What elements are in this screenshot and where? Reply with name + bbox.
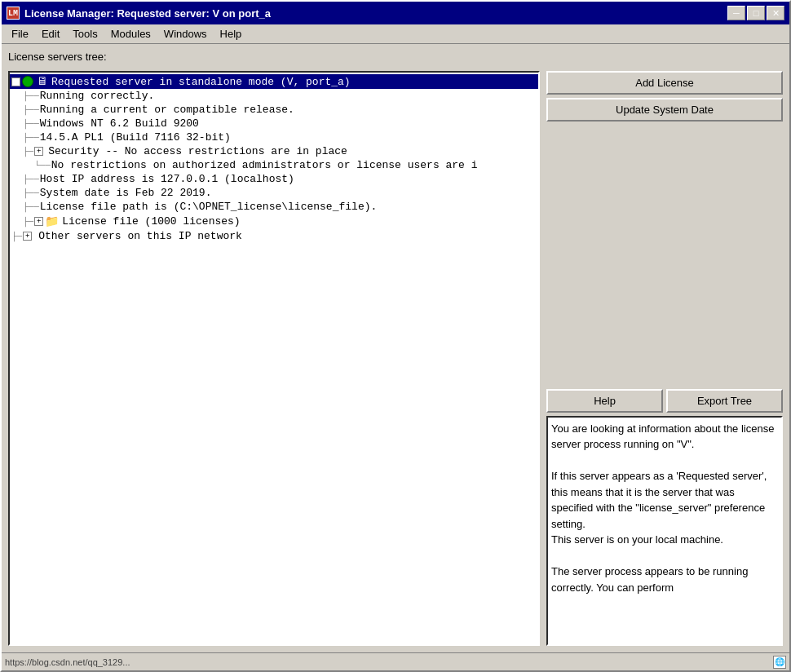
tree-row-9[interactable]: ├── License file path is (C:\OPNET_licen… xyxy=(10,200,538,214)
menu-modules[interactable]: Modules xyxy=(104,26,157,42)
connector-4: ├── xyxy=(23,133,39,143)
expand-other[interactable]: + xyxy=(23,232,32,241)
add-license-button[interactable]: Add License xyxy=(546,71,783,95)
tree-label-8: System date is Feb 22 2019. xyxy=(40,187,212,199)
tree-row-4[interactable]: ├── 14.5.A PL1 (Build 7116 32-bit) xyxy=(10,130,538,144)
menu-help[interactable]: Help xyxy=(214,26,249,42)
tree-label-6: No restrictions on authorized administra… xyxy=(51,159,478,171)
menu-tools[interactable]: Tools xyxy=(66,26,104,42)
tree-label-10: License file (1000 licenses) xyxy=(62,215,240,228)
tree-label-root: Requested server in standalone mode (V, … xyxy=(51,76,351,88)
folder-icon: 📁 xyxy=(45,214,59,228)
tree-label-7: Host IP address is 127.0.0.1 (localhost) xyxy=(40,173,294,185)
minimize-button[interactable]: ─ xyxy=(727,6,745,20)
right-panel-buttons: Add License Update System Date xyxy=(546,71,783,122)
title-bar: LM License Manager: Requested server: V … xyxy=(2,2,789,24)
monitor-icon: 🖥 xyxy=(37,75,48,88)
status-bar: https://blog.csdn.net/qq_3129... 🌐 xyxy=(2,652,789,670)
connector-1: ├── xyxy=(23,91,39,101)
connector-8: ├── xyxy=(23,188,39,198)
status-text: https://blog.csdn.net/qq_3129... xyxy=(5,657,770,667)
tree-row-root[interactable]: - 🖥 Requested server in standalone mode … xyxy=(10,74,538,89)
tree-label-1: Running correctly. xyxy=(40,90,154,102)
tree-scrollable: - 🖥 Requested server in standalone mode … xyxy=(10,73,538,644)
spacer xyxy=(546,126,783,384)
connector-2: ├── xyxy=(23,105,39,115)
bottom-button-row: Help Export Tree xyxy=(546,389,783,413)
content-area: - 🖥 Requested server in standalone mode … xyxy=(8,71,783,646)
menu-windows[interactable]: Windows xyxy=(157,26,214,42)
tree-label-9: License file path is (C:\OPNET_license\l… xyxy=(40,201,377,213)
tree-container[interactable]: - 🖥 Requested server in standalone mode … xyxy=(8,71,540,646)
tree-label-11: Other servers on this IP network xyxy=(38,230,242,242)
main-content: License servers tree: - 🖥 Requested serv… xyxy=(2,44,789,652)
menu-edit[interactable]: Edit xyxy=(35,26,66,42)
connector-3: ├── xyxy=(23,119,39,129)
menu-bar: File Edit Tools Modules Windows Help xyxy=(2,24,789,44)
connector-9: ├── xyxy=(23,202,39,212)
right-panel: Add License Update System Date Help Expo… xyxy=(546,71,783,646)
maximize-button[interactable]: □ xyxy=(747,6,765,20)
tree-label-2: Running a current or compatible release. xyxy=(40,104,294,116)
export-tree-button[interactable]: Export Tree xyxy=(666,389,783,413)
tree-label-5: Security -- No access restrictions are i… xyxy=(48,145,347,157)
tree-row-2[interactable]: ├── Running a current or compatible rele… xyxy=(10,103,538,117)
close-button[interactable]: ✕ xyxy=(767,6,784,20)
main-window: LM License Manager: Requested server: V … xyxy=(0,0,791,672)
circle-green-icon xyxy=(22,76,33,87)
menu-file[interactable]: File xyxy=(5,26,35,42)
window-title: License Manager: Requested server: V on … xyxy=(24,7,723,20)
info-text: You are looking at information about the… xyxy=(551,422,774,594)
expand-license[interactable]: + xyxy=(34,217,43,226)
tree-label-4: 14.5.A PL1 (Build 7116 32-bit) xyxy=(40,131,231,144)
expand-security[interactable]: + xyxy=(34,147,43,156)
help-button[interactable]: Help xyxy=(546,389,663,413)
connector-11: ├─ xyxy=(11,232,22,241)
tree-row-5[interactable]: ├─ + Security -- No access restrictions … xyxy=(10,144,538,158)
connector-6: └── xyxy=(34,161,51,170)
connector-5: ├─ xyxy=(23,147,33,157)
right-panel-bottom: Help Export Tree You are looking at info… xyxy=(546,389,783,647)
expand-root[interactable]: - xyxy=(11,77,20,86)
app-icon: LM xyxy=(7,7,20,20)
tree-row-10[interactable]: ├─ + 📁 License file (1000 licenses) xyxy=(10,214,538,229)
connector-10: ├─ xyxy=(23,217,33,227)
left-panel: - 🖥 Requested server in standalone mode … xyxy=(8,71,540,646)
connector-7: ├── xyxy=(23,175,39,184)
section-label: License servers tree: xyxy=(8,51,783,63)
tree-row-1[interactable]: ├── Running correctly. xyxy=(10,89,538,103)
tree-row-11[interactable]: ├─ + Other servers on this IP network xyxy=(10,229,538,243)
window-controls: ─ □ ✕ xyxy=(727,6,784,20)
tree-row-6[interactable]: └── No restrictions on authorized admini… xyxy=(10,158,538,172)
tree-row-8[interactable]: ├── System date is Feb 22 2019. xyxy=(10,186,538,200)
tree-label-3: Windows NT 6.2 Build 9200 xyxy=(40,117,199,130)
status-icon: 🌐 xyxy=(773,656,786,669)
info-box[interactable]: You are looking at information about the… xyxy=(546,416,783,647)
update-system-date-button[interactable]: Update System Date xyxy=(546,98,783,122)
tree-row-7[interactable]: ├── Host IP address is 127.0.0.1 (localh… xyxy=(10,172,538,186)
tree-row-3[interactable]: ├── Windows NT 6.2 Build 9200 xyxy=(10,117,538,130)
